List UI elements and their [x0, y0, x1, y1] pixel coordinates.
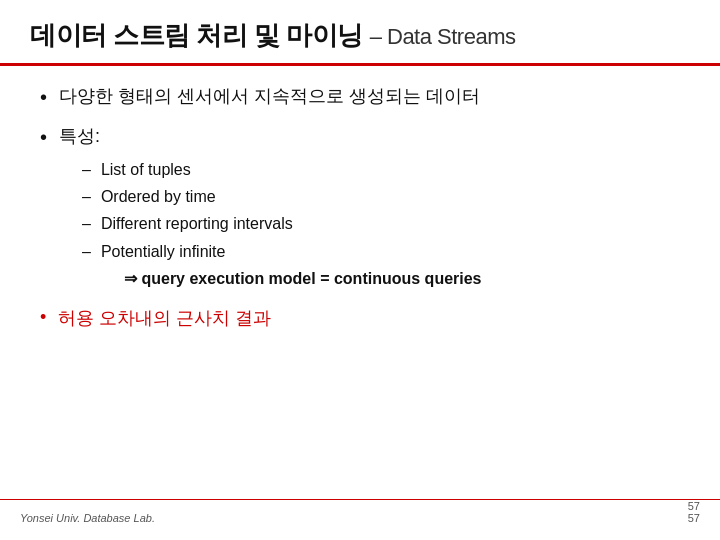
sub-item-3: – Different reporting intervals: [82, 210, 680, 237]
page-number-bottom: 57: [688, 512, 700, 524]
bullet-text-2: 특성:: [59, 124, 100, 149]
slide-header: 데이터 스트림 처리 및 마이닝 – Data Streams: [0, 0, 720, 66]
sub-item-2: – Ordered by time: [82, 183, 680, 210]
sub-item-4: – Potentially infinite: [82, 238, 680, 265]
bullet-main-1: • 다양한 형태의 센서에서 지속적으로 생성되는 데이터: [40, 84, 680, 110]
bullet-dot-3: •: [40, 306, 46, 329]
page-number-top: 57: [688, 500, 700, 512]
title-korean: 데이터 스트림 처리 및 마이닝: [30, 20, 363, 50]
footer-page: 57 57: [688, 500, 700, 524]
sub-dash-4: –: [82, 238, 91, 265]
sub-text-4: Potentially infinite: [101, 238, 226, 265]
page-title: 데이터 스트림 처리 및 마이닝 – Data Streams: [30, 20, 515, 50]
sub-item-1: – List of tuples: [82, 156, 680, 183]
arrow-item: ⇒ query execution model = continuous que…: [124, 265, 680, 292]
bullet-text-1: 다양한 형태의 센서에서 지속적으로 생성되는 데이터: [59, 84, 480, 109]
sub-dash-2: –: [82, 183, 91, 210]
footer-lab: Yonsei Univ. Database Lab.: [20, 512, 155, 524]
bullet-text-3: 허용 오차내의 근사치 결과: [58, 306, 271, 331]
bullet-main-2: • 특성:: [40, 124, 680, 150]
title-english: – Data Streams: [370, 24, 516, 49]
bullet-item-3: • 허용 오차내의 근사치 결과: [40, 306, 680, 331]
bullet-main-3: • 허용 오차내의 근사치 결과: [40, 306, 680, 331]
sub-dash-1: –: [82, 156, 91, 183]
arrow-text: ⇒ query execution model = continuous que…: [124, 270, 482, 287]
sub-text-2: Ordered by time: [101, 183, 216, 210]
bullet-dot-1: •: [40, 84, 47, 110]
slide-content: • 다양한 형태의 센서에서 지속적으로 생성되는 데이터 • 특성: – Li…: [0, 66, 720, 355]
bullet-item-1: • 다양한 형태의 센서에서 지속적으로 생성되는 데이터: [40, 84, 680, 110]
sub-text-1: List of tuples: [101, 156, 191, 183]
sub-text-3: Different reporting intervals: [101, 210, 293, 237]
slide: 데이터 스트림 처리 및 마이닝 – Data Streams • 다양한 형태…: [0, 0, 720, 540]
bullet-dot-2: •: [40, 124, 47, 150]
slide-footer: Yonsei Univ. Database Lab. 57 57: [0, 499, 720, 530]
bullet-item-2: • 특성: – List of tuples – Ordered by time…: [40, 124, 680, 292]
sub-list-2: – List of tuples – Ordered by time – Dif…: [82, 156, 680, 292]
sub-dash-3: –: [82, 210, 91, 237]
